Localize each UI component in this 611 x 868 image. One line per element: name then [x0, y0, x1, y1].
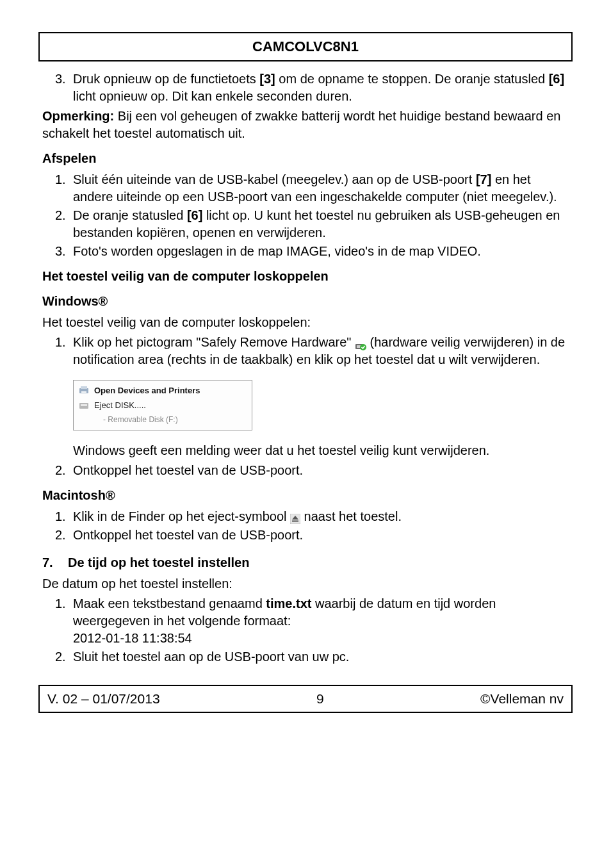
- list-text: Sluit het toestel aan op de USB-poort va…: [73, 648, 569, 666]
- section-tijd: 7. De tijd op het toestel instellen: [42, 554, 569, 571]
- list-item: 1. Sluit één uiteinde van de USB-kabel (…: [42, 171, 569, 206]
- windows-intro: Het toestel veilig van de computer losko…: [42, 314, 569, 331]
- stop-recording-step: 3. Druk opnieuw op de functietoets [3] o…: [42, 70, 569, 105]
- section-title-text: De tijd op het toestel instellen: [68, 554, 249, 571]
- section-afspelen: Afspelen: [42, 150, 569, 167]
- list-number: 3.: [55, 70, 73, 105]
- list-text: Klik in de Finder op het eject-symbool n…: [73, 508, 569, 525]
- list-number: 3.: [55, 243, 73, 260]
- list-number: 1.: [55, 595, 73, 647]
- section-loskoppelen: Het toestel veilig van de computer losko…: [42, 268, 569, 285]
- list-text: Ontkoppel het toestel van de USB-poort.: [73, 527, 569, 544]
- windows-confirm-text: Windows geeft een melding weer dat u het…: [42, 442, 569, 459]
- list-text: Foto's worden opgeslagen in de map IMAGE…: [73, 243, 569, 260]
- list-item: 1. Klik in de Finder op het eject-symboo…: [42, 508, 569, 525]
- list-number: 1.: [55, 334, 73, 368]
- note-text: Bij een vol geheugen of zwakke batterij …: [42, 109, 560, 140]
- list-text: De oranje statusled [6] licht op. U kunt…: [73, 207, 569, 242]
- filename: time.txt: [266, 596, 311, 610]
- key-ref: [3]: [259, 72, 275, 86]
- list-number: 2.: [55, 462, 73, 479]
- note-paragraph: Opmerking: Bij een vol geheugen of zwakk…: [42, 108, 569, 142]
- svg-rect-9: [292, 520, 298, 521]
- section-macintosh: Macintosh®: [42, 487, 569, 504]
- svg-rect-5: [81, 391, 86, 393]
- list-text: Klik op het pictogram "Safely Remove Har…: [73, 334, 569, 368]
- list-item: 3. Foto's worden opgeslagen in de map IM…: [42, 243, 569, 260]
- list-item: 1. Maak een tekstbestand genaamd time.tx…: [42, 595, 569, 647]
- list-text: Sluit één uiteinde van de USB-kabel (mee…: [73, 171, 569, 206]
- menu-removable-disk: Removable Disk (F:): [74, 413, 252, 427]
- footer-page-number: 9: [316, 690, 324, 708]
- safely-remove-hardware-icon: [355, 338, 366, 348]
- led-ref: [6]: [187, 208, 202, 222]
- list-number: 2.: [55, 527, 73, 544]
- list-number: 2.: [55, 648, 73, 666]
- document-header: CAMCOLVC8N1: [38, 32, 573, 61]
- list-item: 2. Sluit het toestel aan op de USB-poort…: [42, 648, 569, 666]
- list-number: 1.: [55, 508, 73, 525]
- svg-rect-4: [81, 386, 87, 389]
- list-item: 1. Klik op het pictogram "Safely Remove …: [42, 334, 569, 368]
- section-number: 7.: [42, 554, 68, 571]
- list-text: Ontkoppel het toestel van de USB-poort.: [73, 462, 569, 479]
- menu-eject-disk: Eject DISK.....: [74, 398, 252, 413]
- time-format-example: 2012-01-18 11:38:54: [73, 631, 192, 645]
- document-footer: V. 02 – 01/07/2013 9 ©Velleman nv: [38, 685, 573, 713]
- document-title: CAMCOLVC8N1: [252, 38, 359, 54]
- list-number: 2.: [55, 207, 73, 242]
- key-ref: [7]: [476, 172, 491, 186]
- windows-context-menu: Open Devices and Printers Eject DISK....…: [73, 380, 252, 430]
- eject-icon: [290, 511, 300, 521]
- section-windows: Windows®: [42, 293, 569, 310]
- list-number: 1.: [55, 171, 73, 206]
- document-body: 3. Druk opnieuw op de functietoets [3] o…: [38, 70, 573, 666]
- list-text: Maak een tekstbestand genaamd time.txt w…: [73, 595, 569, 647]
- menu-open-devices: Open Devices and Printers: [74, 383, 252, 398]
- devices-printers-icon: [79, 385, 89, 395]
- footer-copyright: ©Velleman nv: [480, 690, 564, 708]
- svg-rect-7: [81, 404, 87, 406]
- list-item: 2. De oranje statusled [6] licht op. U k…: [42, 207, 569, 242]
- led-ref: [6]: [549, 72, 564, 86]
- footer-version: V. 02 – 01/07/2013: [47, 690, 160, 708]
- note-label: Opmerking:: [42, 109, 114, 123]
- list-item: 2. Ontkoppel het toestel van de USB-poor…: [42, 462, 569, 479]
- list-item: 2. Ontkoppel het toestel van de USB-poor…: [42, 527, 569, 544]
- disk-icon: [79, 400, 89, 411]
- tijd-intro: De datum op het toestel instellen:: [42, 575, 569, 593]
- list-text: Druk opnieuw op de functietoets [3] om d…: [73, 70, 569, 105]
